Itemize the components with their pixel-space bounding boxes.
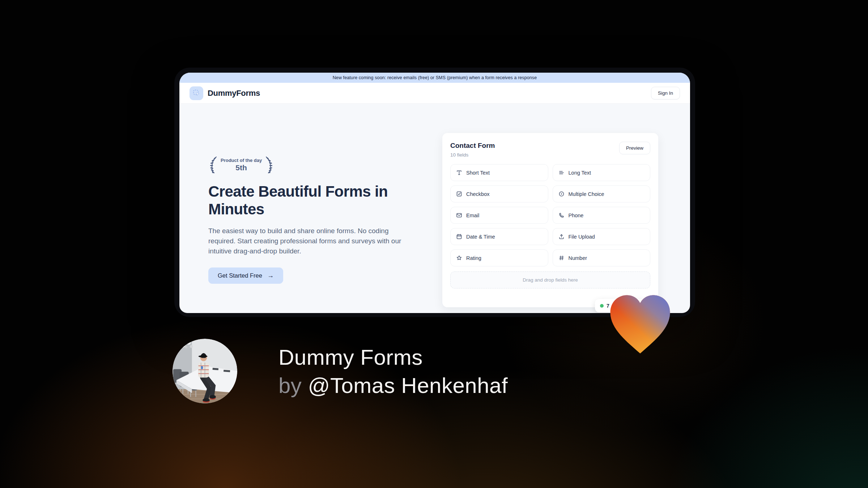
- page-surface: New feature coming soon: receive emails …: [179, 73, 690, 313]
- brand-name[interactable]: DummyForms: [208, 89, 260, 98]
- credit-handle: @Tomas Henkenhaf: [308, 373, 508, 398]
- brand-logo[interactable]: [190, 86, 203, 100]
- field-label: Short Text: [466, 170, 490, 176]
- get-started-button[interactable]: Get Started Free →: [208, 267, 283, 284]
- field-label: Email: [466, 213, 479, 218]
- field-type-grid: Short Text Long Text: [450, 164, 650, 266]
- credit-title: Dummy Forms: [278, 343, 508, 372]
- announcement-banner: New feature coming soon: receive emails …: [179, 73, 690, 83]
- form-card-titles: Contact Form 10 fields: [450, 142, 495, 158]
- hash-icon: [558, 255, 565, 261]
- drag-drop-zone[interactable]: Drag and drop fields here: [450, 271, 650, 288]
- award-title: Product of the day: [221, 158, 262, 163]
- field-checkbox[interactable]: Checkbox: [450, 185, 548, 202]
- award-text: Product of the day 5th: [221, 158, 262, 172]
- short-text-icon: [456, 170, 462, 176]
- field-rating[interactable]: Rating: [450, 249, 548, 266]
- field-label: Rating: [466, 255, 481, 261]
- field-label: File Upload: [569, 234, 595, 240]
- product-of-the-day-badge: Product of the day 5th: [208, 155, 274, 174]
- field-label: Long Text: [569, 170, 591, 176]
- announcement-text: New feature coming soon: receive emails …: [333, 75, 537, 80]
- field-label: Date & Time: [466, 234, 495, 240]
- drop-zone-text: Drag and drop fields here: [523, 277, 578, 283]
- long-text-icon: [558, 170, 565, 176]
- green-dot-icon: [600, 304, 604, 308]
- form-title: Contact Form: [450, 142, 495, 150]
- checkbox-icon: [456, 191, 462, 197]
- hero-section: Product of the day 5th: [179, 104, 690, 313]
- field-short-text[interactable]: Short Text: [450, 164, 548, 181]
- phone-icon: [558, 212, 565, 218]
- calendar-icon: [456, 234, 462, 240]
- sign-in-button[interactable]: Sign In: [651, 87, 680, 99]
- field-date-time[interactable]: Date & Time: [450, 228, 548, 245]
- field-multiple-choice[interactable]: Multiple Choice: [553, 185, 651, 202]
- field-long-text[interactable]: Long Text: [553, 164, 651, 181]
- form-builder-card: Contact Form 10 fields Preview Short Tex…: [442, 133, 658, 307]
- gradient-heart-icon: [605, 291, 675, 358]
- credit-by-prefix: by: [278, 373, 302, 398]
- form-cursor-icon: [193, 89, 200, 97]
- credit-byline: by @Tomas Henkenhaf: [278, 372, 508, 400]
- field-file-upload[interactable]: File Upload: [553, 228, 651, 245]
- get-started-label: Get Started Free: [218, 272, 262, 279]
- field-phone[interactable]: Phone: [553, 207, 651, 224]
- form-card-header: Contact Form 10 fields Preview: [450, 142, 650, 158]
- laurel-right-icon: [264, 155, 274, 174]
- field-label: Multiple Choice: [569, 191, 604, 197]
- field-email[interactable]: Email: [450, 207, 548, 224]
- upload-icon: [558, 234, 565, 240]
- hero-description: The easiest way to build and share onlin…: [208, 226, 417, 256]
- award-rank: 5th: [221, 163, 262, 172]
- site-header: DummyForms Sign In: [179, 83, 690, 104]
- preview-button[interactable]: Preview: [619, 142, 650, 154]
- multiple-choice-icon: [558, 191, 565, 197]
- arrow-right-icon: →: [267, 272, 274, 279]
- avatar-photo: [173, 339, 237, 403]
- field-label: Number: [569, 255, 587, 261]
- star-icon: [456, 255, 462, 261]
- field-number[interactable]: Number: [553, 249, 651, 266]
- browser-window: New feature coming soon: receive emails …: [174, 68, 695, 317]
- hero-headline: Create Beautiful Forms in Minutes: [208, 183, 411, 218]
- laurel-left-icon: [208, 155, 218, 174]
- field-label: Checkbox: [466, 191, 489, 197]
- avatar: [173, 339, 237, 403]
- credit-block: Dummy Forms by @Tomas Henkenhaf: [278, 343, 508, 400]
- email-icon: [456, 212, 462, 218]
- form-field-count: 10 fields: [450, 152, 495, 158]
- field-label: Phone: [569, 213, 584, 218]
